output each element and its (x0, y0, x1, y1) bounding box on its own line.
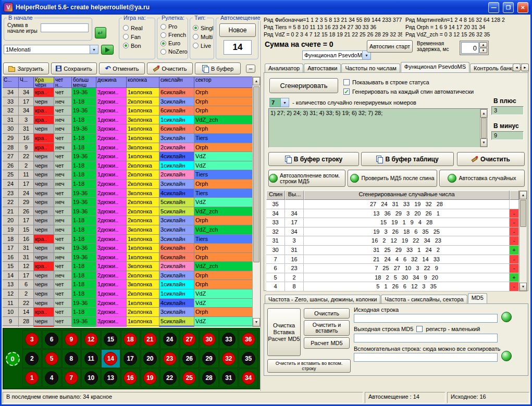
generated-area-scrollbar[interactable]: ▲ ▼ (480, 109, 488, 147)
board-cell-16[interactable]: 16 (121, 369, 140, 387)
board-cell-23[interactable]: 23 (160, 349, 179, 368)
clear-generated-button[interactable]: Очистить (457, 152, 525, 166)
radio-roulette-nozero[interactable]: NoZero (160, 47, 188, 56)
radio-type-multi[interactable]: Multi (193, 32, 214, 41)
board-cell-36[interactable]: 36 (239, 330, 258, 349)
generated-table-scrollbar[interactable]: ▲ ▼ (519, 191, 527, 291)
board-number-9[interactable]: 9 (65, 333, 78, 346)
table-row[interactable]: 136чернчет1-181дюжи..3колонка1сиклайнOrp… (3, 280, 253, 289)
board-number-1[interactable]: 1 (25, 371, 39, 385)
table-row[interactable]: 2126чернчет19-363дюжи..2колонка5сиклайнV… (3, 207, 253, 217)
board-cell-27[interactable]: 27 (180, 330, 199, 349)
board-cell-7[interactable]: 7 (62, 369, 81, 387)
board-cell-5[interactable]: 5 (42, 349, 61, 368)
board-cell-9[interactable]: 9 (62, 330, 81, 349)
board-number-6[interactable]: 6 (45, 333, 58, 346)
table-row[interactable]: 303131 25 29 33 1 24 2+ (266, 246, 519, 255)
scroll-down-icon[interactable]: ▼ (480, 138, 487, 147)
board-number-23[interactable]: 23 (163, 352, 177, 365)
spin-up-icon[interactable]: ▲ (479, 42, 487, 47)
board-number-35[interactable]: 35 (242, 352, 255, 365)
radio-game-fan[interactable]: Fan (123, 32, 155, 41)
md5-clear-paste-button[interactable]: Очистить и вставить (304, 320, 350, 336)
collapse-button[interactable]: – (246, 65, 255, 73)
new-autoshift-button[interactable]: Новое (219, 23, 256, 37)
table-row[interactable]: 6237 25 27 10 3 22 9- (266, 264, 519, 273)
radio-roulette-pro[interactable]: Pro (160, 22, 188, 31)
table-row[interactable]: 71621 24 4 6 32 14 33- (266, 255, 519, 264)
board-number-15[interactable]: 15 (104, 333, 117, 346)
copy-table-button[interactable]: В буфер таблицу (361, 152, 454, 166)
autobet-button[interactable]: Автоставка случайных (439, 170, 525, 187)
tab-bottom-2[interactable]: MD5 (468, 293, 487, 303)
radio-roulette-euro[interactable]: Euro (160, 39, 188, 47)
board-number-7[interactable]: 7 (65, 371, 78, 385)
table-row[interactable]: 2324чернчет19-362дюжи..3колонка4сиклайнT… (3, 189, 253, 198)
table-row[interactable]: 1014кра..чет1-182дюжи..2колонка3сиклайнO… (3, 308, 253, 317)
board-number-16[interactable]: 16 (123, 371, 137, 385)
auto-generate-checkbox-row[interactable]: ✓ Генерировать на каждый спин автоматиче… (343, 88, 474, 95)
radio-type-live[interactable]: Live (193, 41, 214, 50)
md5-big-button[interactable]: Очистка Вставка Расчет MD5 (267, 308, 301, 356)
function-combo[interactable]: Функционал PsevdoMS ▼ (302, 50, 371, 60)
board-number-13[interactable]: 13 (104, 371, 117, 385)
board-number-8[interactable]: 8 (65, 352, 78, 365)
board-cell-32[interactable]: 32 (219, 349, 239, 368)
tab-top-0[interactable]: Анализатор (265, 64, 303, 72)
show-status-checkbox-row[interactable]: Показывать в строке статуса (343, 79, 429, 85)
board-number-2[interactable]: 2 (25, 352, 39, 365)
table-row[interactable]: 2417черннеч1-182дюжи..2колонка3сиклайнOr… (3, 180, 253, 189)
table-row[interactable]: 2511черннеч1-181дюжи..2колонка2сиклайнTi… (3, 170, 253, 180)
column-header[interactable]: Спин (266, 191, 285, 200)
table-row[interactable]: 31316 2 12 19 22 34 23- (266, 236, 519, 246)
table-row[interactable]: 331715 19 1 9 4 28- (266, 218, 519, 227)
table-row[interactable]: 3234кра..чет19-363дюжи..1колонка6сиклайн… (3, 106, 253, 116)
board-number-32[interactable]: 32 (222, 352, 236, 365)
table-row[interactable]: 3527 24 31 33 19 32 28 (266, 200, 519, 209)
column-header[interactable]: большменш (72, 77, 96, 88)
board-number-30[interactable]: 30 (202, 333, 216, 346)
radio-game-real[interactable]: Real (123, 23, 155, 32)
chevron-down-icon[interactable]: ▼ (90, 45, 98, 54)
scroll-up-icon[interactable]: ▲ (519, 191, 527, 199)
board-cell-10[interactable]: 10 (81, 369, 101, 387)
table-row[interactable]: 122чернчет1-181дюжи..2колонка1сиклайнVdZ (3, 289, 253, 299)
board-number-0[interactable]: 0 (6, 352, 20, 366)
md5-clear-button[interactable]: Очистить (304, 308, 350, 319)
tab-bottom-0[interactable]: Частота - Zero, шансы, дюжины, колонки (265, 295, 380, 303)
column-header[interactable]: сектор (194, 77, 253, 88)
table-row[interactable]: 1512кра..чет1-181дюжи..3колонка2сиклайнV… (3, 262, 253, 271)
play-button[interactable] (101, 45, 114, 55)
board-number-5[interactable]: 5 (45, 352, 58, 365)
board-cell-14[interactable]: 14 (101, 349, 120, 368)
maximize-button[interactable]: ❐ (503, 2, 514, 13)
clear-button[interactable]: Очистить (147, 62, 193, 74)
tab-scroll-right-icon[interactable]: ► (521, 64, 529, 71)
scroll-up-icon[interactable]: ▲ (253, 77, 260, 85)
board-number-36[interactable]: 36 (242, 333, 255, 346)
md5-source-input[interactable] (354, 314, 498, 323)
board-cell-20[interactable]: 20 (141, 349, 160, 368)
title-bar[interactable]: V HelperRoullet 5.6- create helperroulle… (2, 0, 530, 15)
column-header[interactable]: Вы... (285, 191, 304, 200)
spin-table-scrollbar[interactable]: ▲ ▼ (252, 77, 261, 327)
scrollbar-thumb[interactable] (253, 86, 259, 262)
board-number-28[interactable]: 28 (202, 371, 216, 385)
board-cell-15[interactable]: 15 (101, 330, 120, 349)
tab-top-1[interactable]: Автоставки (304, 64, 341, 72)
save-button[interactable]: Сохранить (51, 62, 97, 74)
check-md5-button[interactable]: Проверить МД5 после спина (348, 170, 437, 187)
board-cell-12[interactable]: 12 (81, 330, 101, 349)
table-row[interactable]: 313кра..неч1-181дюжи..3колонка1сиклайнVd… (3, 116, 253, 125)
board-cell-35[interactable]: 35 (239, 349, 258, 368)
tab-top-2[interactable]: Частоты по числам (341, 64, 400, 72)
green-orb-icon[interactable] (501, 351, 512, 361)
tab-bottom-1[interactable]: Частота - сикслайны, сектора (381, 295, 467, 303)
board-cell-18[interactable]: 18 (121, 330, 140, 349)
board-cell-26[interactable]: 26 (180, 349, 199, 368)
board-number-3[interactable]: 3 (25, 333, 39, 346)
board-cell-11[interactable]: 11 (81, 349, 101, 368)
generate-button[interactable]: Сгенерировать (269, 78, 338, 93)
table-row[interactable]: 1731черннеч19-363дюжи..1колонка6сиклайнO… (3, 244, 253, 253)
column-header[interactable]: колонка (127, 77, 159, 88)
